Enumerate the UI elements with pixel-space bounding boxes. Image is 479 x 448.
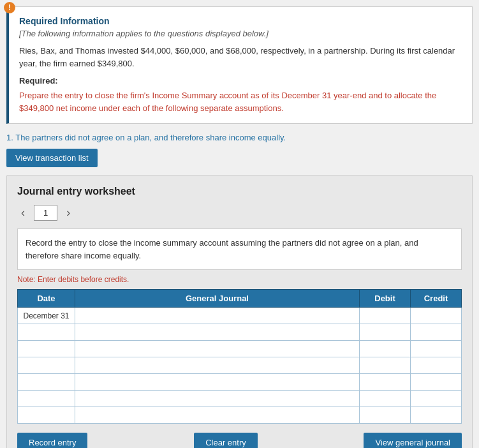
date-cell: December 31: [18, 308, 75, 324]
table-row: [18, 341, 462, 357]
debit-input[interactable]: [362, 328, 408, 337]
journal-cell[interactable]: [75, 391, 360, 407]
journal-input[interactable]: [78, 328, 357, 337]
journal-cell[interactable]: [75, 324, 360, 341]
debit-cell[interactable]: [360, 407, 411, 424]
table-row: December 31: [18, 308, 462, 324]
debit-cell[interactable]: [360, 391, 411, 407]
debit-cell[interactable]: [360, 308, 411, 324]
info-description: Ries, Bax, and Thomas invested $44,000, …: [19, 45, 462, 70]
table-row: [18, 357, 462, 374]
info-instruction: Prepare the entry to close the firm's In…: [19, 89, 462, 114]
required-label: Required:: [19, 76, 462, 86]
credit-input[interactable]: [413, 394, 459, 403]
instruction-box: Record the entry to close the income sum…: [17, 228, 462, 270]
view-general-journal-button[interactable]: View general journal: [364, 433, 462, 448]
journal-input[interactable]: [78, 378, 357, 387]
debit-cell[interactable]: [360, 324, 411, 341]
credit-input[interactable]: [413, 378, 459, 387]
journal-cell[interactable]: [75, 341, 360, 357]
date-cell: [18, 391, 75, 407]
header-credit: Credit: [411, 290, 462, 308]
worksheet-title: Journal entry worksheet: [17, 186, 462, 197]
date-cell: [18, 374, 75, 391]
debit-input[interactable]: [362, 378, 408, 387]
journal-cell[interactable]: [75, 407, 360, 424]
date-cell: [18, 341, 75, 357]
info-subtitle: [The following information applies to th…: [19, 29, 462, 38]
header-date: Date: [18, 290, 75, 308]
view-transactions-button[interactable]: View transaction list: [6, 149, 98, 167]
next-page-button[interactable]: ›: [63, 205, 74, 221]
info-icon: !: [4, 2, 15, 13]
date-cell: [18, 324, 75, 341]
journal-input[interactable]: [78, 361, 357, 370]
table-row: [18, 374, 462, 391]
table-row: [18, 407, 462, 424]
journal-input[interactable]: [78, 311, 357, 320]
header-debit: Debit: [360, 290, 411, 308]
journal-input[interactable]: [78, 411, 357, 420]
instruction-text: Record the entry to close the income sum…: [26, 238, 418, 260]
credit-input[interactable]: [413, 345, 459, 354]
journal-entry-worksheet: Journal entry worksheet ‹ 1 › Record the…: [6, 175, 473, 448]
prev-page-button[interactable]: ‹: [17, 205, 29, 221]
record-entry-button[interactable]: Record entry: [17, 433, 87, 448]
question-text: The partners did not agree on a plan, an…: [15, 133, 286, 142]
credit-cell[interactable]: [411, 374, 462, 391]
credit-input[interactable]: [413, 328, 459, 337]
nav-row: ‹ 1 ›: [17, 205, 462, 221]
table-row: [18, 324, 462, 341]
note-text: Note: Enter debits before credits.: [17, 275, 462, 284]
journal-input[interactable]: [78, 345, 357, 354]
question-line: 1. The partners did not agree on a plan,…: [6, 133, 473, 142]
table-row: [18, 391, 462, 407]
credit-cell[interactable]: [411, 341, 462, 357]
credit-cell[interactable]: [411, 391, 462, 407]
journal-cell[interactable]: [75, 357, 360, 374]
credit-cell[interactable]: [411, 357, 462, 374]
credit-input[interactable]: [413, 311, 459, 320]
info-title: Required Information: [19, 16, 462, 26]
page-number: 1: [34, 205, 57, 221]
credit-input[interactable]: [413, 361, 459, 370]
credit-input[interactable]: [413, 411, 459, 420]
date-cell: [18, 407, 75, 424]
journal-cell[interactable]: [75, 308, 360, 324]
debit-cell[interactable]: [360, 374, 411, 391]
credit-cell[interactable]: [411, 324, 462, 341]
debit-cell[interactable]: [360, 357, 411, 374]
journal-input[interactable]: [78, 394, 357, 403]
question-number: 1.: [6, 133, 13, 142]
clear-entry-button[interactable]: Clear entry: [194, 433, 258, 448]
journal-cell[interactable]: [75, 374, 360, 391]
date-cell: [18, 357, 75, 374]
debit-cell[interactable]: [360, 341, 411, 357]
info-box: ! Required Information [The following in…: [6, 6, 473, 124]
journal-table: Date General Journal Debit Credit Decemb…: [17, 289, 462, 424]
debit-input[interactable]: [362, 411, 408, 420]
debit-input[interactable]: [362, 394, 408, 403]
header-journal: General Journal: [75, 290, 360, 308]
bottom-buttons: Record entry Clear entry View general jo…: [17, 433, 462, 448]
debit-input[interactable]: [362, 361, 408, 370]
credit-cell[interactable]: [411, 308, 462, 324]
debit-input[interactable]: [362, 345, 408, 354]
credit-cell[interactable]: [411, 407, 462, 424]
debit-input[interactable]: [362, 311, 408, 320]
